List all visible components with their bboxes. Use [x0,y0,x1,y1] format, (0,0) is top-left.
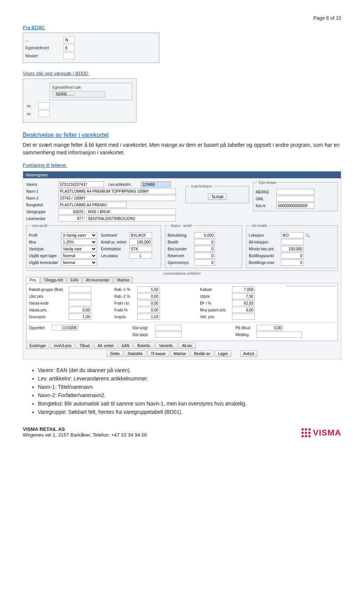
ta-kopi-button[interactable]: Ta kopi [208,193,227,200]
grunnpris-input[interactable] [69,314,91,320]
bd80-row1-label: ... [25,38,63,42]
varetype-select[interactable]: Vanlig vare [61,246,97,252]
altenhet-button[interactable]: Alt. enhet [94,343,117,349]
bd00-group-title: Egendefinert søk [52,85,130,90]
enhetstekst-input[interactable] [129,246,152,252]
varegruppe-kode-input[interactable] [58,209,85,215]
patilbud-input[interactable] [256,325,283,331]
varegruppe-navn-input[interactable] [86,209,176,215]
navn1-label: Navn-1 [26,189,58,193]
bd00-nr1-input[interactable] [38,102,50,109]
tab-tilleggsfelt[interactable]: Tilleggs-felt [40,277,66,283]
mvajustert-input[interactable] [232,307,255,313]
bestillingsmax-input[interactable] [281,259,304,266]
leverandor-kode-input[interactable] [58,215,85,222]
katnr-input[interactable] [276,203,314,209]
veilpris-input[interactable] [232,314,255,320]
navn2-input[interactable] [58,195,176,201]
lastpris-input[interactable] [69,293,91,299]
varegruppe-label: Varegruppe [26,210,58,214]
ean-button[interactable]: EAN [118,343,133,349]
lokasjon-input[interactable] [281,232,304,238]
bfpct-label: BF i % [200,301,232,305]
bd80-egendefinert-label: Egendefinert [25,46,63,50]
leverandor-navn-input[interactable] [86,215,176,222]
melding-input[interactable] [256,332,302,338]
avbryt-button[interactable]: Avbryt [240,350,257,357]
tab-pris[interactable]: Pris [26,277,39,283]
sistsolgt-input[interactable] [155,325,182,331]
bestarav-button[interactable]: Består-av [190,350,213,357]
bistillingspunkt-input[interactable] [281,253,304,259]
butikk-group-title: Min butikk [250,224,269,228]
minstebes-input[interactable] [281,246,304,252]
levartikkelnr-label: Lev.artikkelnr. [108,182,141,187]
profil-select[interactable]: 0-Vanlig varer [61,232,97,238]
bd80-egendefinert-input[interactable] [63,44,75,51]
utpris-input[interactable] [232,293,255,299]
merke-input[interactable] [276,189,314,195]
tab-altleverandor[interactable]: Alt.leverandør [83,277,113,283]
fraktpct-input[interactable] [137,307,160,313]
bfpct-input[interactable] [232,300,255,306]
screenshot-bd80: ... Egendefinert Master [23,33,159,63]
rabattgruppe-input[interactable] [69,286,91,292]
gml-input[interactable] [276,196,314,202]
valutakode-input[interactable] [69,300,91,306]
mvajustert-label: Mva justert pris [200,308,232,312]
fraktkr-input[interactable] [137,300,160,306]
reservert-input[interactable] [194,253,215,259]
sortiment-input[interactable] [129,232,152,238]
varenr-input[interactable] [58,181,104,187]
pris-tabpanel: Rabatt-gruppe (Bok) Låst pris Valuta-kod… [26,283,338,341]
sistkjopt-input[interactable] [155,332,182,338]
altlev-button[interactable]: Alt.lev [179,343,196,349]
rab1-input[interactable] [137,286,160,292]
lagre-button[interactable]: Lagre [215,350,231,357]
navn1-input[interactable] [58,188,176,194]
valutapris-label: Valuta-pris [29,308,69,312]
bd80-master-input[interactable] [63,52,75,59]
bd00-nr2-input[interactable] [38,110,50,117]
footer-address: Wirgenes vei 1, 3157 Barkåker, Telefon: … [23,432,147,438]
bongtekst-input[interactable] [58,202,127,208]
slette-button[interactable]: Slette [107,350,123,357]
varenr-label: Varenr. [26,182,58,187]
valutapris-input[interactable] [69,307,91,313]
levartikkelnr-input[interactable] [141,181,171,187]
opprettet-input[interactable] [52,325,78,331]
levstatus-input[interactable] [129,253,152,259]
statistikk-button[interactable]: Statistikk [124,350,146,357]
beholdning-input[interactable] [194,232,215,238]
utgatt-lev-select[interactable]: Normal [61,259,97,266]
bullet-navn1: Navn-1: Tittel/varenavn. [38,384,341,390]
rab1-label: Rab.-1 % [115,288,137,292]
endringer-button[interactable]: Endringer [26,343,49,349]
tilkasse-button[interactable]: Til kasse [147,350,169,357]
bestilt-input[interactable] [194,239,215,245]
section-title-1: Fra BD80: [23,25,341,30]
lokasjon-lookup-icon[interactable]: 🔍 [305,233,310,237]
tilbud-button[interactable]: Tilbud [76,343,93,349]
bd00-serie-button[interactable]: SERIE......: [52,91,105,97]
bokinfo-button[interactable]: Bokinfo. [134,343,154,349]
mva-select[interactable]: 1-25% [61,239,97,245]
innutpris-button[interactable]: Inn/Ut-pris [50,343,75,349]
kalkyle-label: Kalkyle [200,288,232,292]
vareinfo-button[interactable]: Vareinfo. [155,343,177,349]
beskunder-input[interactable] [194,246,215,252]
gjennomsyn-input[interactable] [194,259,215,266]
tab-matrise[interactable]: Matrise [114,277,133,283]
antall-enhet-input[interactable] [129,239,152,245]
utgatt-eget-select[interactable]: Normal [61,253,97,259]
profil-label: Profil [29,233,61,237]
innpris-input[interactable] [137,314,160,320]
tab-ean[interactable]: EAN [67,277,82,283]
matrise-button[interactable]: Matrise [170,350,190,357]
opprettet-label: Opprettet [29,326,52,330]
rab2-input[interactable] [137,293,160,299]
kalkyle-input[interactable] [232,286,255,292]
altlokasjon-input[interactable] [281,239,304,245]
levart-section-label: Leverandørens artikkelnr [26,270,338,275]
bd80-row1-input[interactable] [63,36,75,43]
